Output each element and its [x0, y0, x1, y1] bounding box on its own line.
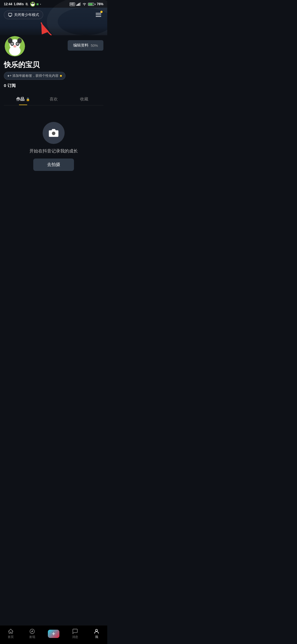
time: 12:44	[4, 2, 12, 6]
dot-separator: •	[40, 3, 41, 6]
username: 快乐的宝贝	[4, 60, 103, 70]
tab-likes[interactable]: 喜欢	[38, 94, 69, 105]
svg-point-32	[52, 132, 56, 135]
subscribe-number: 0	[4, 83, 6, 88]
edit-profile-button[interactable]: 编辑资料 50%	[68, 40, 103, 51]
notification-icon	[25, 2, 29, 6]
age-tag-label: + 添加年龄标签，获得个性化内容	[10, 73, 59, 78]
svg-point-8	[32, 4, 33, 4]
svg-point-29	[18, 43, 18, 43]
edit-profile-label: 编辑资料	[73, 43, 89, 48]
lock-icon: 🔒	[26, 97, 30, 101]
tab-works[interactable]: 作品 🔒	[8, 94, 38, 105]
online-dot	[37, 3, 38, 5]
tabs-bar: 作品 🔒 喜欢 收藏	[4, 94, 103, 105]
tab-works-label: 作品	[16, 97, 24, 102]
camera-circle	[43, 122, 65, 144]
hamburger-icon	[96, 13, 101, 17]
tab-favorites-label: 收藏	[80, 97, 88, 102]
empty-state-text: 开始在抖音记录我的成长	[29, 148, 78, 154]
tab-favorites[interactable]: 收藏	[69, 94, 100, 105]
svg-point-28	[12, 43, 13, 43]
svg-rect-15	[9, 13, 12, 16]
youth-mode-button[interactable]: 关闭青少年模式	[4, 10, 43, 19]
tab-likes-label: 喜欢	[50, 97, 58, 102]
profile-completion: 50%	[91, 43, 98, 48]
svg-point-31	[14, 46, 15, 47]
avatar[interactable]	[4, 35, 26, 57]
youth-mode-label: 关闭青少年模式	[14, 12, 39, 17]
shoot-button[interactable]: 去拍摄	[33, 159, 74, 171]
youth-mode-icon	[8, 13, 12, 17]
menu-button[interactable]	[94, 10, 103, 20]
subscribe-label: 订阅	[7, 83, 16, 88]
empty-state: 开始在抖音记录我的成长 去拍摄	[0, 105, 107, 182]
avatar-badge	[30, 2, 35, 7]
subscribe-count: 0 订阅	[4, 83, 103, 88]
svg-point-9	[33, 4, 34, 4]
profile-section: 编辑资料 50% 快乐的宝贝 + + 添加年龄标签，获得个性化内容 0 订阅 作…	[0, 35, 107, 105]
age-tag-button[interactable]: + + 添加年龄标签，获得个性化内容	[4, 72, 65, 80]
header-banner: 关闭青少年模式	[0, 8, 107, 38]
menu-badge-dot	[100, 11, 103, 13]
status-left: 12:44 1.0M/s •	[4, 2, 41, 7]
age-tag-dot	[60, 75, 62, 77]
camera-icon	[48, 128, 59, 138]
network-speed: 1.0M/s	[14, 2, 24, 6]
